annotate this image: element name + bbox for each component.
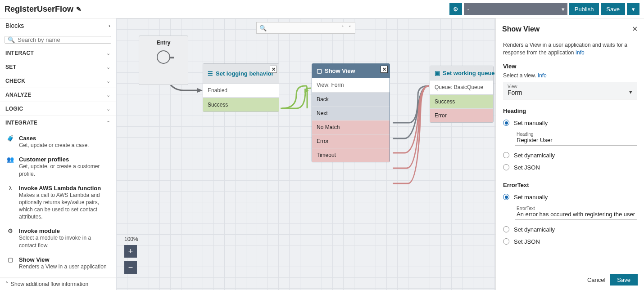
node-title: Show View [325,67,355,74]
heading-radio-dynamic[interactable]: Set dynamically [503,149,637,161]
block-cases[interactable]: 🧳 CasesGet, update or create a case. [0,131,116,152]
save-dropdown-button[interactable]: ▾ [627,3,639,15]
briefcase-icon: 🧳 [6,135,14,149]
search-icon: 🔍 [8,36,15,43]
item-desc: Renders a View in a user application [19,263,107,270]
heading-input[interactable]: Heading Register User [515,131,637,146]
radio-label: Set manually [514,194,548,201]
outport-label: Error [435,112,447,119]
info-link[interactable]: Info [576,49,585,56]
error-input[interactable]: ErrorText An error has occured with regi… [515,205,637,220]
search-prev-icon[interactable]: ˄ [340,25,345,31]
item-desc: Makes a call to AWS Lambda and optionall… [19,192,109,221]
close-panel-icon[interactable]: ✕ [632,25,638,33]
item-name: Invoke AWS Lambda function [19,185,109,192]
edit-icon[interactable]: ✎ [76,5,82,13]
search-next-icon[interactable]: ˅ [348,25,352,31]
error-radio-manual[interactable]: Set manually [503,191,637,203]
show-additional-info[interactable]: ˄ Show additional flow information [0,278,116,290]
radio-icon [503,238,509,245]
cat-label: CHECK [5,78,106,84]
error-radio-json[interactable]: Set JSON [503,236,637,248]
outport-success[interactable]: Success [203,98,279,112]
heading-radio-manual[interactable]: Set manually [503,117,637,129]
flow-canvas[interactable]: 🔍 ˄ ˅ Entry ☰ Set logging behavior [116,18,495,290]
cat-integrate-header[interactable]: INTEGRATE⌃ [0,116,116,129]
panel-save-button[interactable]: Save [610,274,638,286]
view-select[interactable]: View Form ▾ [503,82,637,99]
block-invoke-lambda[interactable]: λ Invoke AWS Lambda functionMakes a call… [0,181,116,224]
save-button[interactable]: Save [601,3,625,15]
cancel-button[interactable]: Cancel [587,277,605,283]
outport-back[interactable]: Back [312,92,390,106]
search-input[interactable] [18,36,108,43]
sidebar-header: Blocks ‹ [0,18,116,33]
close-icon[interactable]: ✕ [381,66,388,73]
view-icon: ▢ [317,67,322,74]
outport-next[interactable]: Next [312,106,390,120]
collapse-sidebar-icon[interactable]: ‹ [109,22,110,29]
entry-port-icon [157,50,170,64]
item-desc: Select a module to invoke in a contact f… [19,234,109,249]
cat-logic[interactable]: LOGIC⌄ [0,102,116,116]
zoom-out-button[interactable]: − [124,261,137,274]
chevron-down-icon: ⌄ [106,106,110,112]
flow-title: RegisterUserFlow ✎ [5,4,82,14]
close-icon[interactable]: ✕ [270,66,277,73]
node-entry[interactable]: Entry [139,36,188,85]
outport-timeout[interactable]: Timeout [312,148,390,162]
canvas-search-input[interactable] [269,25,338,31]
block-invoke-module[interactable]: ⚙ Invoke moduleSelect a module to invoke… [0,224,116,252]
zoom-controls: 100% + − [124,236,138,277]
radio-icon [503,226,509,232]
radio-label: Set JSON [514,164,540,171]
publish-button[interactable]: Publish [569,3,599,15]
sidebar-search[interactable]: 🔍 [5,36,111,44]
cat-interact[interactable]: INTERACT⌄ [0,46,116,60]
item-name: Show View [19,256,107,263]
outport-error[interactable]: Error [312,134,390,148]
radio-label: Set dynamically [514,226,555,233]
cat-analyze[interactable]: ANALYZE⌄ [0,88,116,102]
node-set-logging[interactable]: ☰ Set logging behavior ✕ Enabled Success [203,63,279,112]
radio-icon [503,194,509,200]
panel-description: Renders a View in a user application and… [503,41,637,57]
outport-no-match[interactable]: No Match [312,120,390,134]
env-select[interactable]: - ▾ [464,3,567,15]
heading-radio-json[interactable]: Set JSON [503,161,637,174]
cat-set[interactable]: SET⌄ [0,60,116,74]
cat-label: SET [5,64,106,70]
block-show-view[interactable]: ▢ Show ViewRenders a View in a user appl… [0,253,116,274]
zoom-in-button[interactable]: + [124,245,137,258]
canvas-search[interactable]: 🔍 ˄ ˅ [256,22,355,34]
node-title: Set logging behavior [216,70,274,77]
info-link[interactable]: Info [538,72,547,79]
header: RegisterUserFlow ✎ ⚙ - ▾ Publish Save ▾ [0,0,644,18]
cat-check[interactable]: CHECK⌄ [0,74,116,88]
outport-label: No Match [317,124,340,130]
lambda-icon: λ [6,185,14,221]
outport-label: Success [208,102,228,108]
outport-error[interactable]: Error [430,108,493,122]
cat-label: LOGIC [5,106,106,112]
module-icon: ⚙ [6,228,14,249]
node-show-view[interactable]: ▢ Show View ✕ View: Form Back Next No Ma… [312,63,390,162]
item-name: Cases [19,135,89,142]
settings-button[interactable]: ⚙ [449,3,462,15]
search-icon: 🔍 [259,25,267,31]
node-subtitle: View: Form [312,78,390,92]
view-select-value: Form [508,89,632,96]
footer-link-label: Show additional flow information [11,281,88,287]
block-customer-profiles[interactable]: 👥 Customer profilesGet, update, or creat… [0,152,116,181]
error-input-label: ErrorText [517,206,635,211]
view-icon: ▢ [6,256,14,270]
outport-label: Success [435,98,455,105]
outport-label: Error [317,138,329,144]
node-set-working-queue[interactable]: ▣ Set working queue Queue: BasicQueue Su… [430,66,494,123]
queue-icon: ▣ [435,70,440,76]
entry-label: Entry [157,40,171,46]
profile-icon: 👥 [6,156,14,177]
chevron-up-icon: ˄ [5,281,8,287]
error-radio-dynamic[interactable]: Set dynamically [503,223,637,236]
outport-success[interactable]: Success [430,94,493,108]
